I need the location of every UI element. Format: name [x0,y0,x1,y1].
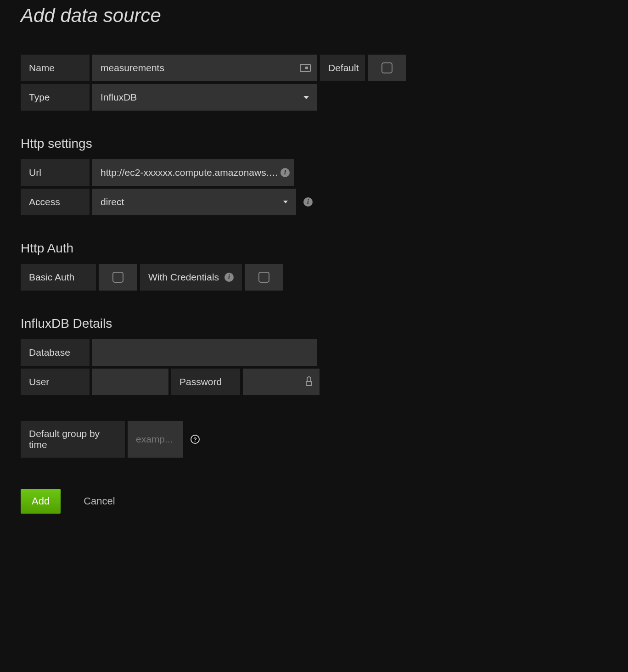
page-title: Add data source [21,0,628,36]
database-label: Database [21,339,90,366]
with-credentials-checkbox[interactable] [258,272,269,283]
password-label: Password [171,369,240,395]
user-input[interactable] [92,369,168,395]
url-input[interactable] [92,159,294,186]
type-select[interactable]: InfluxDB [92,84,317,111]
basic-auth-label: Basic Auth [21,264,96,291]
chevron-down-icon [283,201,288,203]
chevron-down-icon [303,96,309,99]
type-value: InfluxDB [92,92,303,103]
http-auth-heading: Http Auth [21,241,628,256]
info-icon[interactable]: i [224,273,234,282]
default-checkbox-cell[interactable] [368,55,406,81]
info-icon[interactable]: i [280,168,290,177]
access-select[interactable]: direct [92,189,296,215]
with-credentials-label: With Credentials i [140,264,242,291]
name-suffix-icon [300,64,311,72]
group-by-label: Default group by time [21,421,125,458]
add-button[interactable]: Add [21,489,61,514]
with-credentials-checkbox-cell[interactable] [245,264,283,291]
basic-auth-checkbox[interactable] [112,272,123,283]
database-input[interactable] [92,339,317,366]
lock-icon [305,378,313,386]
basic-auth-checkbox-cell[interactable] [99,264,137,291]
http-settings-heading: Http settings [21,136,628,151]
url-label: Url [21,159,90,186]
influxdb-details-heading: InfluxDB Details [21,316,628,331]
name-input[interactable] [92,55,317,81]
type-label: Type [21,84,90,111]
info-icon[interactable]: i [303,197,313,207]
default-checkbox[interactable] [381,62,392,73]
cancel-button[interactable]: Cancel [84,495,115,507]
name-label: Name [21,55,90,81]
access-label: Access [21,189,90,215]
help-icon[interactable]: ? [191,435,200,444]
user-label: User [21,369,90,395]
default-label: Default [320,55,365,81]
access-value: direct [92,196,283,207]
title-divider [21,36,628,36]
group-by-input[interactable] [128,421,183,458]
with-credentials-text: With Credentials [148,272,219,283]
